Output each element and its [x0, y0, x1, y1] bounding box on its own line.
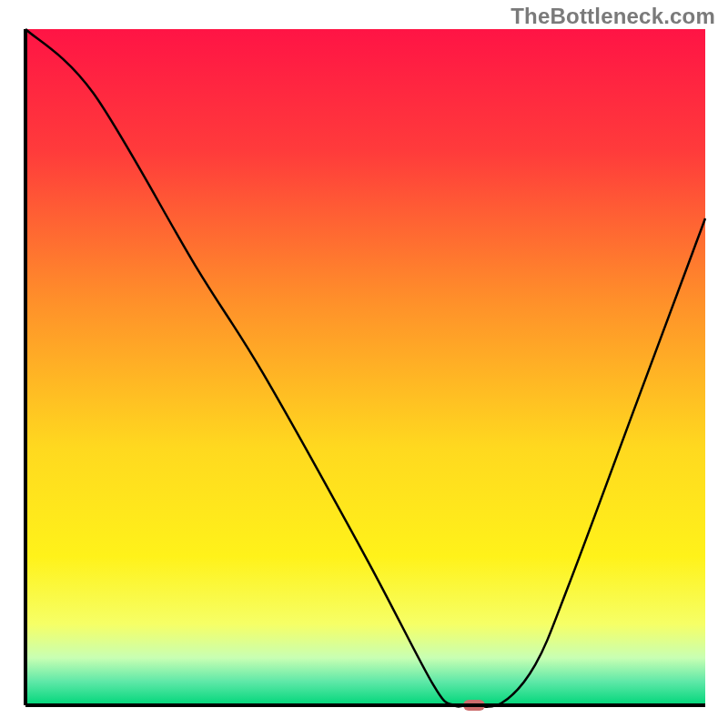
gradient-background [25, 29, 705, 705]
watermark-text: TheBottleneck.com [511, 4, 715, 29]
bottleneck-chart [0, 0, 728, 728]
plot-area [25, 29, 705, 711]
chart-container: TheBottleneck.com [0, 0, 728, 728]
